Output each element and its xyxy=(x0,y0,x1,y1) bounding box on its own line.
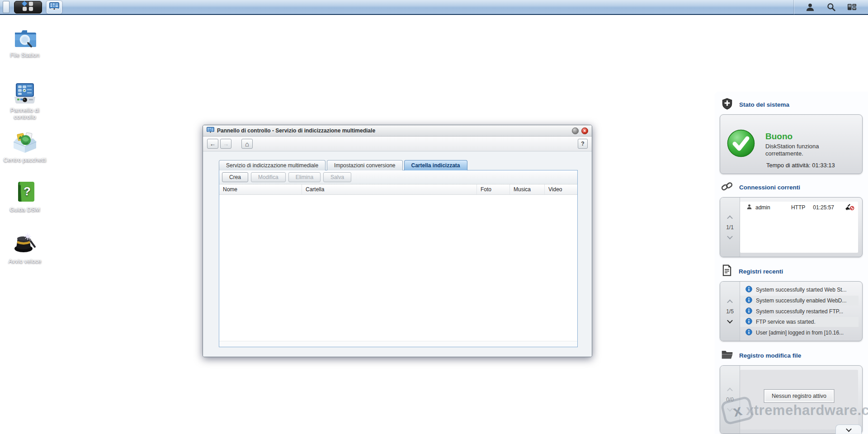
window-toolbar: ← → ⌂ ? xyxy=(203,137,592,151)
current-connections-header: Connessioni correnti xyxy=(721,180,863,194)
column-header-photo[interactable]: Foto xyxy=(477,184,510,194)
connections-list: admin HTTP 01:25:57 xyxy=(740,202,858,253)
log-text: System successfully enabled WebD... xyxy=(756,297,847,304)
widget-title: Connessioni correnti xyxy=(739,184,800,191)
dsm-version-text: DSM 4.0 xyxy=(448,411,488,422)
column-header-music[interactable]: Musica xyxy=(510,184,545,194)
taskbar-right-cluster xyxy=(793,0,865,14)
xtremehardware-text: xtremehardware.com xyxy=(746,402,868,419)
column-header-video[interactable]: Video xyxy=(545,184,577,194)
logs-list: System successfully started Web St... Sy… xyxy=(740,282,862,341)
info-icon xyxy=(745,297,752,305)
close-button[interactable]: × xyxy=(581,127,588,134)
disconnect-icon[interactable] xyxy=(844,203,854,212)
page-down-icon[interactable] xyxy=(727,317,733,323)
desktop-icon-package-center[interactable]: Centro pacchetti xyxy=(0,130,50,163)
tab-media-indexing-service[interactable]: Servizio di indicizzazione multimediale xyxy=(219,160,326,170)
status-ok-icon xyxy=(726,129,755,160)
forward-button[interactable]: → xyxy=(220,139,231,149)
svg-text:?: ? xyxy=(24,184,31,198)
desktop-icon-label: Avvio veloce xyxy=(0,258,50,264)
status-text-block: Buono DiskStation funziona correttamente… xyxy=(765,132,847,157)
pager-label: 1/5 xyxy=(726,308,734,315)
info-icon xyxy=(745,329,752,337)
info-icon xyxy=(745,286,752,294)
synology-watermark: Synology DSM 4.0 xyxy=(394,410,488,422)
desktop-icon-quick-start[interactable]: Avvio veloce xyxy=(0,231,50,264)
chevron-down-icon xyxy=(846,426,852,432)
control-panel-icon xyxy=(49,2,59,12)
tab-indexed-folder[interactable]: Cartella indicizzata xyxy=(404,160,467,170)
shield-health-icon xyxy=(721,98,733,112)
desktop-icon-label: Pannello di controllo xyxy=(0,107,50,120)
connection-protocol: HTTP xyxy=(791,204,805,211)
log-row[interactable]: System successfully restarted FTP... xyxy=(740,307,859,316)
log-document-icon xyxy=(721,264,733,278)
main-menu-icon xyxy=(20,1,36,14)
connections-pager: 1/1 xyxy=(720,198,740,257)
page-up-icon[interactable] xyxy=(727,299,733,305)
main-menu-button[interactable] xyxy=(14,1,42,14)
window-icon xyxy=(207,127,214,135)
show-desktop-button[interactable] xyxy=(3,1,9,13)
log-row[interactable]: FTP service was started. xyxy=(740,317,859,327)
log-text: User [admin] logged in from [10.16... xyxy=(756,330,844,336)
widget-title: Stato del sistema xyxy=(739,101,789,108)
status-value: Buono xyxy=(765,132,847,142)
page-up-icon[interactable] xyxy=(727,215,733,221)
tab-conversion-settings[interactable]: Impostazioni conversione xyxy=(327,160,402,170)
connections-body: admin HTTP 01:25:57 xyxy=(740,198,862,257)
edit-button[interactable]: Modifica xyxy=(251,172,286,182)
log-text: System successfully started Web St... xyxy=(756,287,847,293)
widgets-panel-icon[interactable] xyxy=(846,2,857,13)
control-panel-window: Pannello di controllo - Servizio di indi… xyxy=(203,125,592,357)
file-station-icon xyxy=(0,25,50,49)
column-header-name[interactable]: Nome xyxy=(219,184,302,194)
delete-button[interactable]: Elimina xyxy=(288,172,321,182)
widget-title: Registri recenti xyxy=(739,268,783,275)
back-button[interactable]: ← xyxy=(207,139,218,149)
status-message: DiskStation funziona correttamente. xyxy=(765,143,847,157)
home-button[interactable]: ⌂ xyxy=(241,139,253,149)
help-button[interactable]: ? xyxy=(578,139,588,149)
info-icon xyxy=(745,318,752,326)
desktop-icon-file-station[interactable]: File Station xyxy=(0,25,50,58)
grid-body-empty[interactable] xyxy=(219,195,577,341)
system-status-header: Stato del sistema xyxy=(721,98,863,111)
taskbar xyxy=(0,0,868,15)
grid-header: Nome Cartella Foto Musica Video xyxy=(219,184,577,195)
xtremehardware-watermark: x xtremehardware.com xyxy=(722,399,868,422)
log-row[interactable]: User [admin] logged in from [10.16... xyxy=(740,328,859,338)
connection-row[interactable]: admin HTTP 01:25:57 xyxy=(740,202,858,213)
dsm-help-icon: ? xyxy=(0,180,50,203)
widgets-panel: Stato del sistema Buono DiskStation funz… xyxy=(714,91,868,434)
folder-icon xyxy=(721,349,733,363)
recent-logs-header: Registri recenti xyxy=(721,264,863,278)
grid-footer xyxy=(219,341,577,347)
control-panel-desktop-icon xyxy=(0,80,50,104)
page-down-icon[interactable] xyxy=(727,233,733,239)
taskbar-item-control-panel[interactable] xyxy=(47,1,62,14)
column-header-folder[interactable]: Cartella xyxy=(302,184,477,194)
grid-button-row: Crea Modifica Elimina Salva xyxy=(219,170,577,184)
recent-logs-card: 1/5 System successfully started Web St..… xyxy=(720,281,863,341)
info-icon xyxy=(745,307,752,316)
quick-start-icon xyxy=(0,231,50,255)
desktop-icon-control-panel[interactable]: Pannello di controllo xyxy=(0,80,50,120)
desktop-icon-label: Guida DSM xyxy=(0,206,50,213)
log-row[interactable]: System successfully enabled WebD... xyxy=(740,296,859,306)
search-icon[interactable] xyxy=(826,2,836,13)
minimize-button[interactable] xyxy=(572,127,579,134)
connection-time: 01:25:57 xyxy=(813,204,834,211)
log-row[interactable]: System successfully started Web St... xyxy=(740,285,859,295)
user-account-icon[interactable] xyxy=(805,2,816,13)
save-button[interactable]: Salva xyxy=(323,172,351,182)
desktop-icon-label: File Station xyxy=(0,52,50,58)
desktop-icon-dsm-help[interactable]: ? Guida DSM xyxy=(0,180,50,213)
create-button[interactable]: Crea xyxy=(222,172,248,182)
log-text: FTP service was started. xyxy=(756,319,816,325)
widgets-collapse-tab[interactable] xyxy=(835,425,862,434)
window-titlebar[interactable]: Pannello di controllo - Servizio di indi… xyxy=(203,125,592,137)
logs-pager: 1/5 xyxy=(720,282,740,341)
page-up-icon[interactable] xyxy=(727,388,733,394)
